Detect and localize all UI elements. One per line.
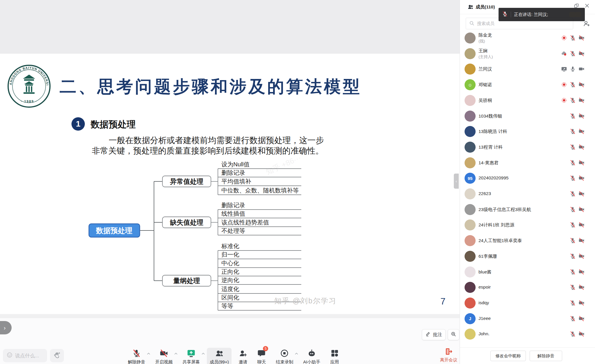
toolbar-ai-assistant[interactable]: AI小助手: [300, 348, 323, 364]
member-row[interactable]: 24计科1班 刘思源: [460, 217, 595, 233]
member-row[interactable]: JJ1eee: [460, 311, 595, 327]
member-row[interactable]: 王娴(主持人): [460, 46, 595, 62]
camera-off-icon[interactable]: [578, 35, 585, 42]
camera-off-icon[interactable]: [578, 331, 585, 338]
camera-off-icon[interactable]: [578, 253, 585, 260]
annotate-button[interactable]: 批注: [422, 329, 446, 340]
mic-muted-icon[interactable]: [570, 284, 576, 291]
mic-muted-icon[interactable]: [570, 206, 576, 214]
member-row[interactable]: espoir: [460, 280, 595, 295]
member-row[interactable]: 兰同汉: [460, 61, 595, 77]
member-row[interactable]: 22623: [460, 186, 595, 202]
toolbar-invite[interactable]: 邀请: [236, 348, 250, 364]
member-row[interactable]: ☺邓铭诺: [460, 77, 595, 93]
mic-muted-icon[interactable]: [570, 269, 576, 276]
camera-off-icon[interactable]: [578, 97, 585, 104]
mic-muted-icon[interactable]: [570, 128, 576, 136]
close-panel-button[interactable]: [584, 3, 590, 10]
recording-indicator-icon[interactable]: [561, 97, 567, 104]
member-row[interactable]: 95202402020995: [460, 170, 595, 186]
unmute-icon: [132, 349, 141, 359]
mic-muted-icon[interactable]: [570, 144, 576, 151]
camera-off-icon[interactable]: [578, 269, 585, 276]
member-row[interactable]: 13程霄 计科: [460, 139, 595, 155]
stop-recording-icon: [280, 349, 289, 359]
svg-text:线性插值: 线性插值: [221, 210, 245, 217]
speaking-toast: 正在讲话: 兰同汉;: [499, 8, 585, 21]
camera-off-icon[interactable]: [578, 175, 585, 182]
mic-muted-icon[interactable]: [570, 191, 576, 198]
member-row[interactable]: 1034魏伟钿: [460, 108, 595, 124]
member-row[interactable]: 陈金龙(我): [460, 30, 595, 46]
chevron-up-icon[interactable]: [147, 351, 150, 356]
camera-off-icon[interactable]: [578, 237, 585, 245]
mic-muted-icon[interactable]: [570, 113, 576, 120]
camera-off-icon[interactable]: [578, 206, 585, 214]
member-row[interactable]: John.: [460, 326, 595, 342]
mic-on-icon[interactable]: [570, 66, 576, 73]
camera-off-icon[interactable]: [578, 144, 585, 151]
chevron-up-icon[interactable]: [295, 351, 298, 356]
mic-muted-icon[interactable]: [570, 51, 576, 58]
camera-off-icon[interactable]: [578, 316, 585, 323]
toolbar-members[interactable]: 成员(99+): [207, 348, 232, 364]
camera-off-icon[interactable]: [578, 300, 585, 307]
toolbar-label: 结束录制: [276, 359, 293, 364]
camera-off-icon[interactable]: [578, 113, 585, 120]
mic-muted-icon[interactable]: [570, 316, 576, 323]
presentation-slide: GUANGDONG BAIYUN UNIVERSITY · 1989 · 二、思…: [0, 54, 460, 314]
member-name: 13陈晓浩 计科: [478, 129, 507, 135]
recording-indicator-icon[interactable]: [561, 35, 567, 42]
camera-on-icon[interactable]: [578, 66, 585, 73]
member-row[interactable]: blue酱: [460, 264, 595, 280]
chevron-up-icon[interactable]: [202, 351, 205, 356]
toolbar-apps[interactable]: 应用: [327, 348, 342, 364]
mic-muted-icon[interactable]: [570, 222, 576, 229]
member-row[interactable]: 14-黄惠君: [460, 155, 595, 171]
mic-muted-icon[interactable]: [570, 175, 576, 182]
member-row[interactable]: 13陈晓浩 计科: [460, 124, 595, 139]
toolbar-chat[interactable]: 5聊天: [254, 348, 269, 364]
unmute-button[interactable]: 解除静音: [530, 351, 562, 361]
search-icon: [469, 20, 475, 27]
add-member-button[interactable]: [583, 20, 590, 28]
recording-indicator-icon[interactable]: [561, 82, 567, 89]
member-row[interactable]: 23级电子信息工程3班吴航: [460, 202, 595, 217]
screen-sharing-icon[interactable]: [561, 66, 567, 73]
university-logo-seal: GUANGDONG BAIYUN UNIVERSITY · 1989 ·: [7, 64, 51, 109]
member-row[interactable]: 61李佩珊: [460, 248, 595, 264]
mic-muted-icon[interactable]: [570, 82, 576, 89]
mic-muted-icon[interactable]: [570, 35, 576, 42]
member-row[interactable]: 24人工智能1班卓奕泰: [460, 233, 595, 248]
mic-muted-icon[interactable]: [570, 253, 576, 260]
toolbar-share-screen[interactable]: 共享屏幕: [180, 348, 203, 364]
member-row[interactable]: isdqy: [460, 295, 595, 311]
toolbar-unmute[interactable]: 解除静音: [125, 348, 148, 364]
camera-off-icon[interactable]: [578, 51, 585, 58]
expand-overlay-handle[interactable]: ›: [0, 321, 12, 334]
leave-meeting-button[interactable]: 离开会议: [435, 347, 463, 363]
camera-off-icon[interactable]: [578, 191, 585, 198]
camera-off-icon[interactable]: [578, 222, 585, 229]
rename-button[interactable]: 修改会中昵称: [490, 351, 526, 361]
svg-text:逆向化: 逆向化: [221, 277, 239, 283]
chat-input[interactable]: 说点什么...: [3, 349, 47, 362]
chevron-up-icon[interactable]: [174, 351, 178, 356]
cloud-recording-icon[interactable]: [561, 51, 567, 58]
mic-muted-icon[interactable]: [570, 160, 576, 167]
mic-muted-icon[interactable]: [570, 97, 576, 104]
camera-off-icon[interactable]: [578, 82, 585, 89]
raise-hand-button[interactable]: [50, 349, 64, 362]
camera-off-icon[interactable]: [578, 160, 585, 167]
member-row[interactable]: 吴骄桐: [460, 93, 595, 108]
toolbar-start-video[interactable]: 开启视频: [152, 348, 175, 364]
camera-off-icon[interactable]: [578, 284, 585, 291]
toolbar-stop-recording[interactable]: 结束录制: [273, 348, 296, 364]
collapse-panel-handle[interactable]: ‹: [454, 174, 459, 189]
mic-muted-icon[interactable]: [570, 237, 576, 245]
camera-off-icon[interactable]: [578, 128, 585, 136]
mic-muted-icon[interactable]: [570, 300, 576, 307]
mic-muted-icon[interactable]: [570, 331, 576, 338]
magnifier-zoom-button[interactable]: [448, 329, 459, 340]
invite-icon: [239, 349, 247, 359]
